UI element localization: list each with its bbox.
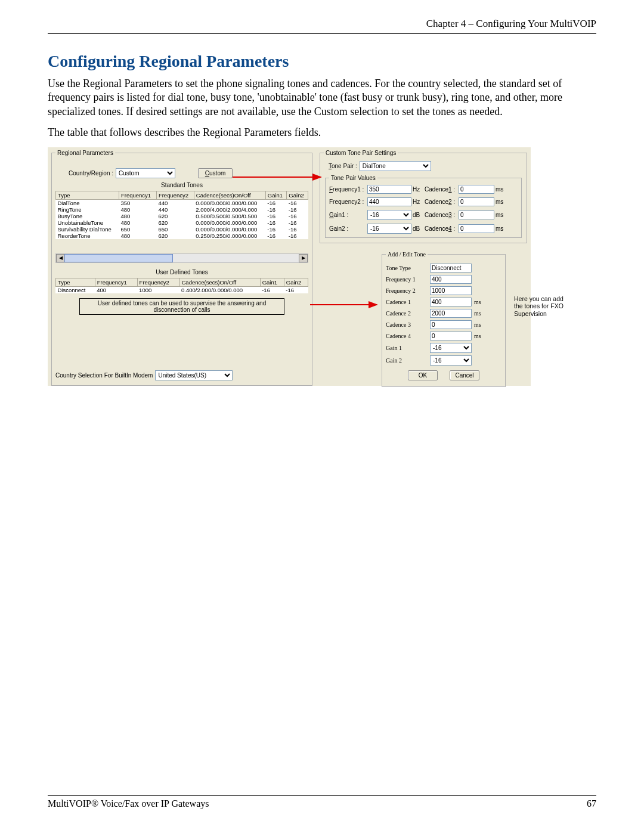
table-row[interactable]: UnobtainableTone4806200.000/0.000/0.000/… [56,219,308,226]
scroll-left-icon[interactable]: ◀ [56,254,65,262]
table-cell: BusyTone [56,213,119,219]
gain2-label: Gain2 : [329,225,366,232]
table-header[interactable]: Frequency1 [95,278,137,286]
frequency2-label: Frequency2 : [329,199,366,205]
edit-cadence3-label: Cadence 3 [386,321,428,328]
custom-tone-pair-legend: Custom Tone Pair Settings [324,150,398,156]
table-cell: 0.250/0.250/0.000/0.000 [194,233,265,239]
table-cell: -16 [265,199,287,206]
frequency1-input[interactable] [367,185,411,194]
edit-cadence2-input[interactable] [430,309,472,318]
regional-params-legend: Regional Parameters [55,150,115,156]
regional-params-panel: Regional Parameters Country/Region : Cus… [48,147,316,386]
footer-page-number: 67 [587,798,596,809]
horizontal-scrollbar[interactable]: ◀ ▶ [55,253,308,263]
table-row[interactable]: Survivability DialTone6506500.000/0.000/… [56,226,308,233]
edit-gain1-select[interactable]: -16 [430,343,472,353]
table-header[interactable]: Frequency2 [156,191,194,199]
table-header[interactable]: Cadence(secs)On/Off [179,278,260,286]
table-cell: -16 [265,206,287,213]
table-cell: -16 [287,213,308,219]
table-cell: 480 [119,206,156,213]
table-row[interactable]: Disconnect40010000.400/2.000/0.000/0.000… [56,286,308,293]
table-row[interactable]: RingTone4804402.000/4.000/2.000/4.000-16… [56,206,308,213]
ms-unit-4: ms [496,225,506,232]
ms-unit-3: ms [496,212,506,218]
country-region-select[interactable]: Custom [116,168,175,178]
add-edit-tone-legend: Add / Edit Tone [386,251,428,258]
edit-frequency2-label: Frequency 2 [386,287,428,294]
table-cell: -16 [265,213,287,219]
table-cell: -16 [284,286,308,293]
table-cell: 620 [156,219,194,226]
frequency1-label: Frequency1 : [329,186,366,193]
country-region-label: Country/Region : [69,170,113,176]
table-row[interactable]: BusyTone4806200.500/0.500/0.500/0.500-16… [56,213,308,219]
table-cell: -16 [265,233,287,239]
tone-pair-select[interactable]: DialTone [360,161,431,171]
cadence3-input[interactable] [459,210,494,219]
cadence3-label: Cadence3 : [425,212,457,218]
table-header[interactable]: Frequency2 [137,278,179,286]
table-cell: 440 [156,199,194,206]
db-unit-2: dB [413,225,423,232]
custom-button[interactable]: Custom [198,168,233,178]
add-edit-tone-panel: Add / Edit Tone Tone Type Frequency 1 Fr… [378,249,509,386]
hz-unit-2: Hz [413,199,423,205]
cadence1-label: Cadence1 : [425,186,457,193]
table-cell: RingTone [56,206,119,213]
table-cell: 650 [156,226,194,233]
table-header[interactable]: Type [56,191,119,199]
scroll-thumb[interactable] [64,254,173,262]
screenshot-figure: Regional Parameters Country/Region : Cus… [48,147,596,398]
tone-pair-label: Tone Pair : [329,163,357,169]
gain1-select[interactable]: -16 [367,210,411,220]
edit-frequency1-input[interactable] [430,275,472,284]
table-cell: 480 [119,219,156,226]
table-row[interactable]: ReorderTone4806200.250/0.250/0.000/0.000… [56,233,308,239]
table-row[interactable]: DialTone3504400.000/0.000/0.000/0.000-16… [56,199,308,206]
table-header[interactable]: Type [56,278,95,286]
table-cell: 620 [156,233,194,239]
frequency2-input[interactable] [367,197,411,206]
table-cell: Survivability DialTone [56,226,119,233]
table-cell: 440 [156,206,194,213]
table-header[interactable]: Cadence(secs)On/Off [194,191,265,199]
cadence1-input[interactable] [459,185,494,194]
table-header[interactable]: Gain1 [260,278,284,286]
edit-frequency2-input[interactable] [430,286,472,295]
tone-type-input[interactable] [430,264,472,272]
table-header[interactable]: Frequency1 [119,191,156,199]
table-cell: 0.000/0.000/0.000/0.000 [194,226,265,233]
footer-product: MultiVOIP® Voice/Fax over IP Gateways [48,798,209,809]
table-header[interactable]: Gain2 [284,278,308,286]
modem-country-select[interactable]: United States(US) [155,370,233,380]
edit-cadence1-input[interactable] [430,298,472,306]
edit-cadence4-input[interactable] [430,332,472,340]
table-cell: -16 [287,206,308,213]
intro-paragraph-1: Use the Regional Parameters to set the p… [48,77,596,119]
cadence2-label: Cadence2 : [425,199,457,205]
table-cell: DialTone [56,199,119,206]
hz-unit: Hz [413,186,423,193]
scroll-right-icon[interactable]: ▶ [299,254,308,262]
cadence4-input[interactable] [459,224,494,233]
edit-gain2-select[interactable]: -16 [430,355,472,366]
gain1-label: Gain1 : [329,212,366,218]
edit-ms-1: ms [474,299,486,305]
edit-ok-button[interactable]: OK [408,370,438,380]
edit-cadence3-input[interactable] [430,320,472,329]
edit-cancel-button[interactable]: Cancel [450,370,479,380]
table-header[interactable]: Gain1 [265,191,287,199]
table-cell: UnobtainableTone [56,219,119,226]
table-header[interactable]: Gain2 [287,191,308,199]
cadence2-input[interactable] [459,197,494,206]
edit-frequency1-label: Frequency 1 [386,276,428,283]
table-cell: 0.400/2.000/0.000/0.000 [179,286,260,293]
gain2-select[interactable]: -16 [367,224,411,234]
page-footer: MultiVOIP® Voice/Fax over IP Gateways 67 [48,795,596,809]
table-cell: 0.000/0.000/0.000/0.000 [194,219,265,226]
table-cell: 480 [119,213,156,219]
section-heading: Configuring Regional Parameters [48,52,596,71]
standard-tones-table: TypeFrequency1Frequency2Cadence(secs)On/… [55,191,308,239]
